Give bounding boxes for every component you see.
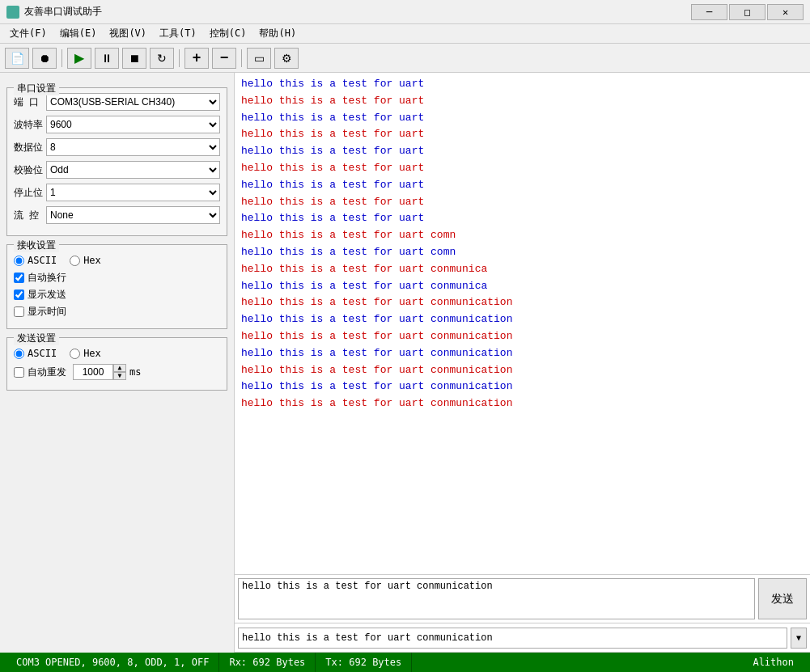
toolbar-settings-button[interactable]: ⚙ [274, 48, 299, 69]
main-layout: 串口设置 端 口 COM3(USB-SERIAL CH340) 波特率 9600… [0, 73, 810, 653]
show-time-label: 显示时间 [28, 305, 66, 319]
ms-label: ms [129, 366, 141, 378]
output-line: hello this is a test for uart [241, 76, 804, 93]
baud-select[interactable]: 9600 [46, 116, 220, 133]
output-line: hello this is a test for uart comn [241, 227, 804, 244]
output-line: hello this is a test for uart conmunicat… [241, 362, 804, 379]
statusbar: COM3 OPENED, 9600, 8, ODD, 1, OFF Rx: 69… [0, 653, 810, 672]
toolbar-play-button[interactable]: ▶ [67, 48, 91, 69]
stop-select[interactable]: 1 [46, 184, 220, 201]
baud-label: 波特率 [14, 118, 43, 132]
show-time-row: 显示时间 [14, 305, 220, 319]
send-hex-radio[interactable]: Hex [70, 348, 101, 359]
stop-row: 停止位 1 [14, 184, 220, 201]
baud-row: 波特率 9600 [14, 116, 220, 133]
output-line: hello this is a test for uart [241, 143, 804, 160]
send-ascii-label: ASCII [28, 348, 57, 359]
send-encoding-group: ASCII Hex [14, 348, 220, 359]
menubar: 文件(F) 编辑(E) 视图(V) 工具(T) 控制(C) 帮助(H) [0, 24, 810, 44]
output-line: hello this is a test for uart conmunicat… [241, 311, 804, 328]
toolbar-record-button[interactable]: ⏺ [32, 48, 57, 69]
right-panel: hello this is a test for uarthello this … [235, 73, 810, 653]
receive-settings-group: 接收设置 ASCII Hex 自动换行 显示发送 [6, 244, 227, 329]
receive-encoding-group: ASCII Hex [14, 255, 220, 266]
spinner-up-button[interactable]: ▲ [113, 364, 126, 372]
output-area[interactable]: hello this is a test for uarthello this … [235, 73, 810, 575]
toolbar-refresh-button[interactable]: ↻ [150, 48, 174, 69]
menu-edit[interactable]: 编辑(E) [53, 25, 104, 42]
window-controls: ─ □ ✕ [691, 4, 804, 20]
parity-label: 校验位 [14, 163, 43, 177]
menu-control[interactable]: 控制(C) [203, 25, 253, 42]
output-line: hello this is a test for uart conmunicat… [241, 395, 804, 412]
resend-spinner: 1000 ▲ ▼ ms [73, 364, 141, 380]
port-select[interactable]: COM3(USB-SERIAL CH340) [46, 93, 220, 111]
data-select[interactable]: 8 [46, 138, 220, 156]
status-text: COM3 OPENED, 9600, 8, ODD, 1, OFF [6, 653, 219, 672]
flow-row: 流 控 None [14, 206, 220, 224]
toolbar-remove-button[interactable]: − [212, 48, 236, 69]
maximize-button[interactable]: □ [729, 4, 765, 20]
minimize-button[interactable]: ─ [691, 4, 727, 20]
receive-hex-radio[interactable]: Hex [70, 255, 101, 266]
data-label: 数据位 [14, 141, 43, 154]
toolbar-window-button[interactable]: ▭ [247, 48, 271, 69]
output-line: hello this is a test for uart comn [241, 244, 804, 261]
toolbar: 📄 ⏺ ▶ ⏸ ⏹ ↻ + − ▭ ⚙ [0, 44, 810, 73]
show-send-checkbox[interactable] [14, 290, 24, 300]
send-area: hello this is a test for uart conmunicat… [235, 575, 810, 623]
auto-resend-checkbox[interactable] [14, 367, 24, 378]
cmd-input[interactable] [238, 628, 787, 649]
left-panel: 串口设置 端 口 COM3(USB-SERIAL CH340) 波特率 9600… [0, 73, 235, 653]
brand-label: Alithon [743, 653, 804, 672]
parity-select[interactable]: Odd [46, 161, 220, 179]
menu-tools[interactable]: 工具(T) [153, 25, 203, 42]
parity-row: 校验位 Odd [14, 161, 220, 179]
receive-ascii-radio[interactable]: ASCII [14, 255, 57, 266]
app-icon [6, 6, 19, 19]
output-line: hello this is a test for uart [241, 194, 804, 211]
output-line: hello this is a test for uart [241, 126, 804, 143]
show-time-checkbox[interactable] [14, 306, 24, 317]
auto-newline-checkbox[interactable] [14, 273, 24, 283]
output-line: hello this is a test for uart conmunicat… [241, 378, 804, 395]
menu-file[interactable]: 文件(F) [3, 25, 53, 42]
app-title: 友善串口调试助手 [24, 5, 691, 19]
serial-settings-group: 串口设置 端 口 COM3(USB-SERIAL CH340) 波特率 9600… [6, 87, 227, 236]
cmd-dropdown-button[interactable]: ▼ [791, 628, 807, 649]
toolbar-pause-button[interactable]: ⏸ [95, 48, 119, 69]
toolbar-sep-3 [241, 49, 242, 67]
receive-hex-label: Hex [83, 255, 101, 266]
output-line: hello this is a test for uart [241, 93, 804, 110]
spinner-buttons: ▲ ▼ [113, 364, 126, 380]
auto-newline-label: 自动换行 [28, 271, 66, 285]
send-button[interactable]: 发送 [758, 578, 807, 619]
tx-status: Tx: 692 Bytes [316, 653, 412, 672]
toolbar-sep-1 [61, 49, 62, 67]
menu-help[interactable]: 帮助(H) [252, 25, 303, 42]
titlebar: 友善串口调试助手 ─ □ ✕ [0, 0, 810, 24]
send-ascii-radio[interactable]: ASCII [14, 348, 57, 359]
flow-label: 流 控 [14, 209, 43, 222]
send-settings-title: 发送设置 [14, 332, 59, 345]
show-send-row: 显示发送 [14, 288, 220, 302]
output-line: hello this is a test for uart conmunicat… [241, 294, 804, 311]
menu-view[interactable]: 视图(V) [103, 25, 153, 42]
serial-settings-title: 串口设置 [14, 82, 59, 95]
spinner-down-button[interactable]: ▼ [113, 372, 126, 380]
toolbar-sep-2 [179, 49, 180, 67]
stop-label: 停止位 [14, 186, 43, 200]
toolbar-stop-button[interactable]: ⏹ [122, 48, 146, 69]
output-line: hello this is a test for uart [241, 160, 804, 177]
resend-interval-input[interactable]: 1000 [73, 364, 113, 380]
close-button[interactable]: ✕ [767, 4, 804, 20]
send-input[interactable]: hello this is a test for uart conmunicat… [238, 578, 755, 619]
show-send-label: 显示发送 [28, 288, 66, 302]
flow-select[interactable]: None [46, 206, 220, 224]
send-settings-group: 发送设置 ASCII Hex 自动重发 1000 ▲ ▼ [6, 337, 227, 391]
rx-status: Rx: 692 Bytes [219, 653, 316, 672]
toolbar-add-button[interactable]: + [184, 48, 209, 69]
output-line: hello this is a test for uart [241, 210, 804, 227]
send-hex-label: Hex [83, 348, 101, 359]
toolbar-new-button[interactable]: 📄 [5, 48, 29, 69]
